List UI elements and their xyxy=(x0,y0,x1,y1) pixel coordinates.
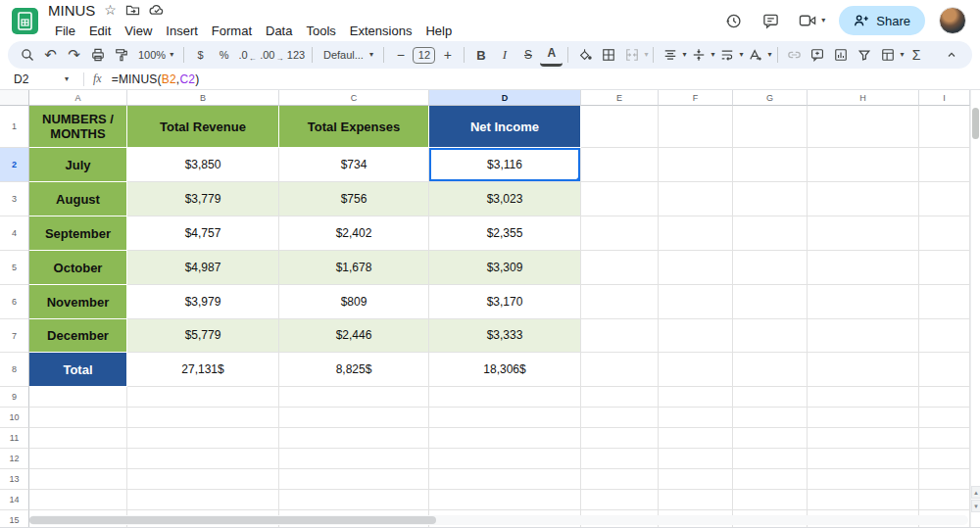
cell-G14[interactable] xyxy=(733,490,808,510)
print-icon[interactable] xyxy=(86,43,109,67)
cell-F6[interactable] xyxy=(659,285,733,319)
sheets-logo-icon[interactable] xyxy=(12,8,38,34)
cell-I14[interactable] xyxy=(919,490,970,510)
cell-F2[interactable] xyxy=(659,148,733,182)
cell-A13[interactable] xyxy=(29,469,127,490)
cell-A10[interactable] xyxy=(29,408,127,428)
cell-B1[interactable]: Total Revenue xyxy=(127,106,279,148)
increase-decimal-button[interactable]: .00→ xyxy=(260,43,283,67)
cell-H12[interactable] xyxy=(808,449,919,469)
merge-dropdown-icon[interactable]: ▾ xyxy=(644,51,648,59)
cell-D13[interactable] xyxy=(429,469,581,490)
cell-D6[interactable]: $3,170 xyxy=(429,285,581,319)
cell-C5[interactable]: $1,678 xyxy=(279,251,429,285)
cell-F9[interactable] xyxy=(659,387,733,408)
table-views-dropdown-icon[interactable]: ▾ xyxy=(901,51,905,59)
cell-F8[interactable] xyxy=(659,353,733,387)
search-icon[interactable] xyxy=(16,43,38,67)
meet-call-control[interactable]: ▾ xyxy=(796,9,825,32)
cell-I3[interactable] xyxy=(919,182,970,216)
menu-file[interactable]: File xyxy=(48,22,82,40)
text-color-button[interactable]: A xyxy=(540,43,563,67)
cell-D12[interactable] xyxy=(429,449,581,469)
cell-A11[interactable] xyxy=(29,428,127,449)
cell-H11[interactable] xyxy=(808,428,919,449)
cell-F5[interactable] xyxy=(659,251,733,285)
cell-D3[interactable]: $3,023 xyxy=(429,182,581,216)
cell-G2[interactable] xyxy=(733,148,808,182)
row-header-12[interactable]: 12 xyxy=(0,449,29,469)
cell-B11[interactable] xyxy=(127,428,279,449)
cell-H5[interactable] xyxy=(808,251,919,285)
vertical-align-icon[interactable] xyxy=(687,43,710,67)
cell-I1[interactable] xyxy=(919,106,970,148)
cell-D11[interactable] xyxy=(429,428,581,449)
column-header-C[interactable]: C xyxy=(279,90,429,106)
fill-color-icon[interactable] xyxy=(573,43,596,67)
cell-C1[interactable]: Total Expenses xyxy=(279,106,429,148)
horizontal-scrollbar[interactable] xyxy=(29,515,968,525)
cell-F12[interactable] xyxy=(659,449,733,469)
cell-C6[interactable]: $809 xyxy=(279,285,429,319)
format-percent-button[interactable]: % xyxy=(213,43,235,67)
decrease-font-size-button[interactable]: − xyxy=(389,43,412,67)
cell-B3[interactable]: $3,779 xyxy=(127,182,279,216)
text-wrap-dropdown-icon[interactable]: ▾ xyxy=(740,51,744,59)
cell-B9[interactable] xyxy=(127,387,279,408)
row-header-14[interactable]: 14 xyxy=(0,490,29,510)
column-header-G[interactable]: G xyxy=(733,90,808,106)
cell-E10[interactable] xyxy=(581,408,659,428)
cell-E2[interactable] xyxy=(581,148,659,182)
increase-font-size-button[interactable]: + xyxy=(436,43,459,67)
cell-E11[interactable] xyxy=(581,428,659,449)
row-header-1[interactable]: 1 xyxy=(0,106,29,148)
cell-A3[interactable]: August xyxy=(29,182,127,216)
cell-B14[interactable] xyxy=(127,490,279,510)
cell-I2[interactable] xyxy=(919,148,970,182)
cell-G6[interactable] xyxy=(733,285,808,319)
font-size-input[interactable]: 12 xyxy=(413,47,435,64)
cell-D2[interactable]: $3,116 xyxy=(429,148,581,182)
select-all-corner[interactable] xyxy=(0,90,29,106)
document-title[interactable]: MINUS xyxy=(48,2,95,19)
cell-E5[interactable] xyxy=(581,251,659,285)
cell-G4[interactable] xyxy=(733,216,808,251)
insert-link-icon[interactable] xyxy=(783,43,806,67)
vertical-align-dropdown-icon[interactable]: ▾ xyxy=(710,51,714,59)
row-header-11[interactable]: 11 xyxy=(0,428,29,449)
cell-C2[interactable]: $734 xyxy=(279,148,429,182)
bold-button[interactable]: B xyxy=(469,43,492,67)
cell-E14[interactable] xyxy=(581,490,659,510)
cell-E8[interactable] xyxy=(581,353,659,387)
text-rotation-dropdown-icon[interactable]: ▾ xyxy=(768,51,772,59)
cell-H2[interactable] xyxy=(808,148,919,182)
cell-H13[interactable] xyxy=(808,469,919,490)
cell-H3[interactable] xyxy=(808,182,919,216)
row-header-9[interactable]: 9 xyxy=(0,387,29,408)
cell-C13[interactable] xyxy=(279,469,429,490)
cell-A1[interactable]: NUMBERS / MONTHS xyxy=(29,106,127,148)
cell-G13[interactable] xyxy=(733,469,808,490)
text-wrap-icon[interactable] xyxy=(716,43,739,67)
merge-cells-icon[interactable] xyxy=(620,43,643,67)
cell-I4[interactable] xyxy=(919,216,970,251)
cell-I6[interactable] xyxy=(919,285,970,319)
row-header-8[interactable]: 8 xyxy=(0,353,29,387)
cell-B7[interactable]: $5,779 xyxy=(127,319,279,353)
cell-F4[interactable] xyxy=(659,216,733,251)
column-header-I[interactable]: I xyxy=(919,90,970,106)
column-header-E[interactable]: E xyxy=(581,90,659,106)
row-header-2[interactable]: 2 xyxy=(0,148,29,182)
cell-A7[interactable]: December xyxy=(29,319,127,353)
cell-D10[interactable] xyxy=(429,408,581,428)
redo-icon[interactable]: ↷ xyxy=(63,43,85,67)
cell-F1[interactable] xyxy=(659,106,733,148)
cell-B2[interactable]: $3,850 xyxy=(127,148,279,182)
font-select[interactable]: Defaul...▾ xyxy=(318,43,378,67)
cell-C7[interactable]: $2,446 xyxy=(279,319,429,353)
cell-G11[interactable] xyxy=(733,428,808,449)
horizontal-align-icon[interactable] xyxy=(659,43,681,67)
undo-icon[interactable]: ↶ xyxy=(39,43,62,67)
cell-I11[interactable] xyxy=(919,428,970,449)
cell-I13[interactable] xyxy=(919,469,970,490)
